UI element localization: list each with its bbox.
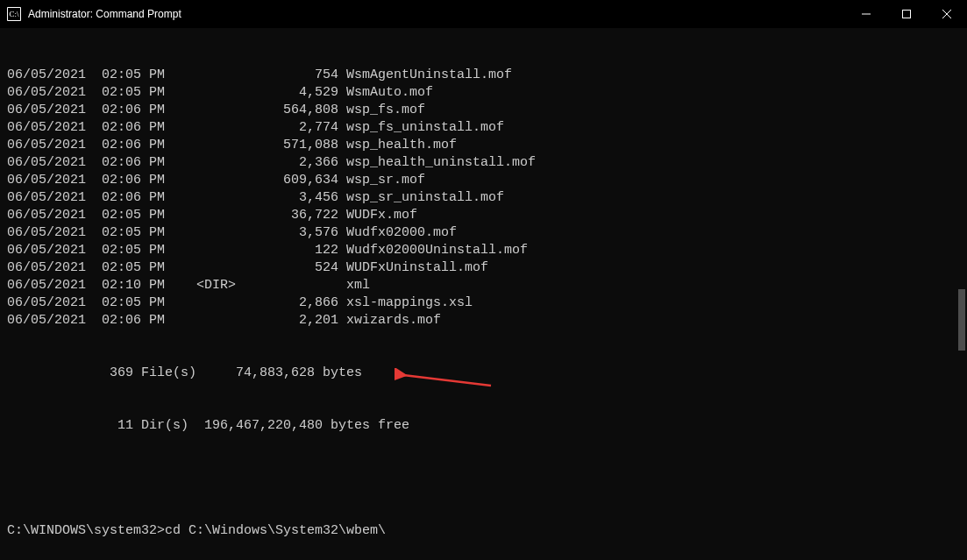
dir-listing-row: 06/05/2021 02:06 PM 2,774 wsp_fs_uninsta… bbox=[7, 119, 967, 137]
dir-listing-row: 06/05/2021 02:05 PM 524 WUDFxUninstall.m… bbox=[7, 259, 967, 277]
summary-dirs: 11 Dir(s) 196,467,220,480 bytes free bbox=[7, 417, 967, 435]
dir-listing-row: 06/05/2021 02:05 PM 36,722 WUDFx.mof bbox=[7, 207, 967, 224]
cmd-icon: C:\ bbox=[7, 7, 21, 21]
dir-listing-row: 06/05/2021 02:05 PM 754 WsmAgentUninstal… bbox=[7, 67, 967, 84]
dir-listing-row: 06/05/2021 02:06 PM 609,634 wsp_sr.mof bbox=[7, 172, 967, 189]
prompt-text: C:\WINDOWS\system32> bbox=[7, 523, 165, 538]
dir-listing-row: 06/05/2021 02:06 PM 3,456 wsp_sr_uninsta… bbox=[7, 189, 967, 207]
dir-listing-row: 06/05/2021 02:06 PM 571,088 wsp_health.m… bbox=[7, 137, 967, 154]
dir-listing-row: 06/05/2021 02:05 PM 3,576 Wudfx02000.mof bbox=[7, 224, 967, 242]
window-controls bbox=[846, 0, 967, 28]
svg-text:C:\: C:\ bbox=[10, 10, 20, 18]
terminal-output[interactable]: 06/05/2021 02:05 PM 754 WsmAgentUninstal… bbox=[0, 28, 967, 560]
maximize-button[interactable] bbox=[886, 0, 927, 28]
summary-files: 369 File(s) 74,883,628 bytes bbox=[7, 365, 967, 382]
dir-listing-row: 06/05/2021 02:06 PM 2,201 xwizards.mof bbox=[7, 312, 967, 330]
dir-listing-row: 06/05/2021 02:10 PM <DIR> xml bbox=[7, 277, 967, 294]
dir-listing-row: 06/05/2021 02:05 PM 2,866 xsl-mappings.x… bbox=[7, 294, 967, 312]
svg-rect-4 bbox=[903, 11, 911, 18]
window-title: Administrator: Command Prompt bbox=[28, 8, 846, 20]
dir-listing-row: 06/05/2021 02:06 PM 2,366 wsp_health_uni… bbox=[7, 154, 967, 172]
scrollbar-thumb[interactable] bbox=[958, 289, 965, 351]
dir-listing-row: 06/05/2021 02:05 PM 4,529 WsmAuto.mof bbox=[7, 84, 967, 102]
command-text: cd C:\Windows\System32\wbem\ bbox=[165, 523, 386, 538]
minimize-button[interactable] bbox=[846, 0, 886, 28]
dir-listing-row: 06/05/2021 02:06 PM 564,808 wsp_fs.mof bbox=[7, 102, 967, 119]
titlebar: C:\ Administrator: Command Prompt bbox=[0, 0, 967, 28]
previous-command-line: C:\WINDOWS\system32>cd C:\Windows\System… bbox=[7, 522, 967, 540]
close-button[interactable] bbox=[927, 0, 967, 28]
dir-listing-row: 06/05/2021 02:05 PM 122 Wudfx02000Uninst… bbox=[7, 242, 967, 259]
